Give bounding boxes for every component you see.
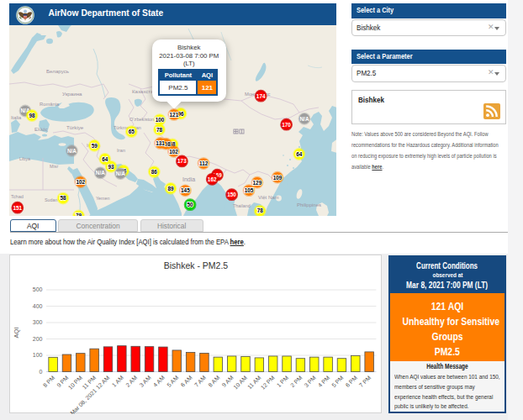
svg-text:Yemen: Yemen: [96, 196, 110, 201]
svg-text:Thailand: Thailand: [233, 203, 251, 208]
svg-text:0: 0: [39, 368, 42, 374]
svg-text:4 AM: 4 AM: [151, 374, 165, 387]
svg-text:151: 151: [13, 204, 22, 210]
svg-text:58: 58: [60, 195, 66, 201]
svg-text:Türkiye: Türkiye: [66, 124, 84, 130]
svg-text:Iran: Iran: [117, 148, 125, 153]
svg-text:93: 93: [108, 164, 114, 170]
svg-text:100: 100: [155, 117, 164, 123]
svg-text:Bishkek - PM2.5: Bishkek - PM2.5: [163, 260, 228, 270]
svg-text:500: 500: [32, 286, 42, 292]
svg-text:Việt Nam: Việt Nam: [258, 195, 279, 200]
svg-text:50: 50: [187, 202, 193, 207]
svg-text:109: 109: [272, 174, 282, 180]
svg-text:145: 145: [181, 187, 190, 193]
svg-text:102: 102: [76, 179, 85, 185]
svg-text:6 PM: 6 PM: [344, 374, 358, 388]
svg-text:102: 102: [169, 149, 178, 155]
svg-text:129: 129: [252, 179, 262, 185]
svg-text:7 AM: 7 AM: [193, 374, 207, 387]
svg-text:2 PM: 2 PM: [289, 374, 304, 388]
svg-text:86: 86: [151, 169, 157, 175]
svg-text:64: 64: [296, 151, 303, 157]
svg-text:8 PM: 8 PM: [41, 374, 55, 388]
svg-text:N/A: N/A: [66, 148, 76, 154]
svg-text:Italia: Italia: [11, 115, 22, 120]
svg-text:65: 65: [128, 129, 135, 134]
svg-text:78: 78: [256, 207, 263, 213]
svg-text:7 PM: 7 PM: [357, 374, 372, 388]
svg-text:5 PM: 5 PM: [330, 374, 345, 388]
svg-text:N/A: N/A: [95, 170, 104, 176]
svg-text:98: 98: [29, 113, 35, 118]
svg-text:78: 78: [156, 126, 162, 132]
svg-text:59: 59: [91, 143, 98, 149]
svg-text:Sudan: Sudan: [45, 197, 58, 202]
svg-text:64: 64: [102, 156, 108, 162]
svg-text:200: 200: [32, 335, 42, 341]
svg-text:Libya: Libya: [19, 156, 30, 161]
svg-text:400: 400: [32, 302, 42, 308]
svg-text:N/A: N/A: [115, 171, 124, 176]
svg-text:Philippines: Philippines: [297, 202, 321, 207]
svg-text:Oʻzbekiston: Oʻzbekiston: [129, 117, 154, 122]
svg-text:105: 105: [244, 187, 253, 193]
svg-text:79: 79: [75, 213, 82, 216]
svg-text:162: 162: [207, 176, 216, 182]
svg-text:5 AM: 5 AM: [166, 374, 179, 387]
svg-text:112: 112: [198, 160, 208, 166]
svg-text:India: India: [182, 176, 195, 182]
svg-text:4 PM: 4 PM: [316, 374, 330, 388]
svg-text:Misr: Misr: [50, 164, 58, 169]
svg-text:300: 300: [32, 319, 42, 325]
svg-text:Украина: Украина: [62, 91, 82, 97]
svg-text:173: 173: [177, 158, 187, 164]
svg-text:Ελλάς: Ελλάς: [34, 127, 48, 132]
svg-text:Tchad: Tchad: [11, 194, 24, 199]
svg-text:150: 150: [227, 192, 236, 197]
svg-text:89: 89: [167, 186, 174, 192]
svg-text:100: 100: [32, 352, 42, 358]
svg-text:170: 170: [282, 121, 291, 127]
svg-text:6 AM: 6 AM: [179, 374, 193, 387]
svg-text:1 AM: 1 AM: [110, 374, 124, 387]
svg-text:12 PM: 12 PM: [259, 374, 275, 390]
svg-text:Беларусь: Беларусь: [46, 68, 69, 74]
svg-text:131: 131: [156, 140, 165, 146]
svg-text:AQI: AQI: [13, 327, 20, 338]
svg-text:România: România: [40, 102, 60, 107]
svg-text:174: 174: [256, 92, 265, 98]
svg-text:N/A: N/A: [299, 116, 309, 122]
svg-text:121: 121: [169, 112, 178, 118]
svg-text:8 AM: 8 AM: [207, 374, 220, 387]
svg-text:3 PM: 3 PM: [303, 374, 317, 388]
svg-text:10 AM: 10 AM: [232, 374, 248, 390]
svg-text:3 AM: 3 AM: [138, 374, 151, 387]
svg-text:2 AM: 2 AM: [124, 374, 138, 387]
svg-text:1 PM: 1 PM: [275, 374, 289, 388]
svg-text:10 PM: 10 PM: [66, 374, 82, 390]
